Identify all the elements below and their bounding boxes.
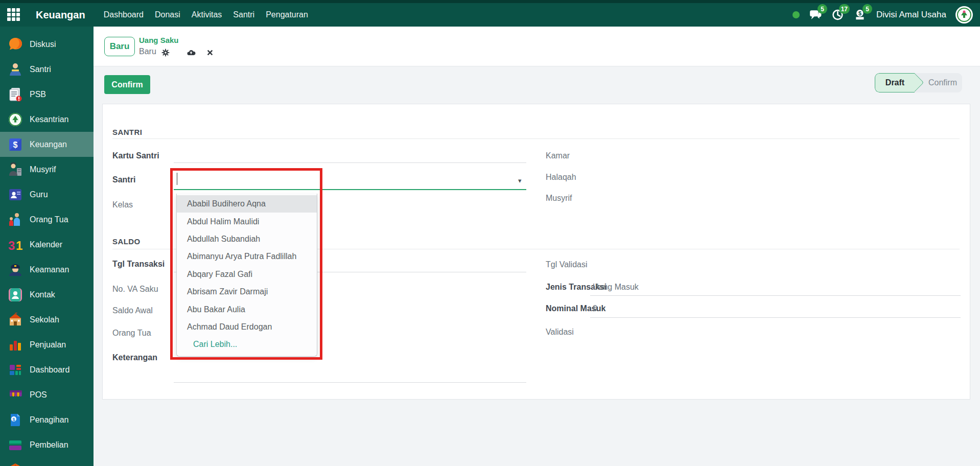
app-name[interactable]: Keuangan: [36, 9, 85, 21]
top-navbar: Keuangan Dashboard Donasi Aktivitas Sant…: [0, 0, 980, 27]
pembelian-icon: [7, 436, 24, 454]
apps-grid-icon[interactable]: [7, 8, 20, 21]
sidebar-item-kontak[interactable]: Kontak: [0, 282, 94, 307]
sidebar-item-guru[interactable]: Guru: [0, 182, 94, 207]
sidebar-item-label: Sekolah: [30, 315, 59, 324]
status-tab-draft[interactable]: Draft: [875, 73, 915, 92]
field-label-musyrif: Musyrif: [546, 193, 572, 203]
dropdown-option[interactable]: Achmad Daud Erdogan: [177, 318, 317, 336]
field-label-tgl-validasi: Tgl Validasi: [546, 260, 588, 270]
sidebar-item-penjualan[interactable]: Penjualan: [0, 332, 94, 357]
activities-icon[interactable]: 17: [831, 8, 845, 21]
sidebar-item-keuangan[interactable]: $ Keuangan: [0, 132, 94, 157]
nav-item-aktivitas[interactable]: Aktivitas: [192, 10, 222, 19]
messages-icon[interactable]: 5: [809, 8, 822, 21]
nav-item-donasi[interactable]: Donasi: [155, 10, 180, 19]
sidebar-item-kalender[interactable]: 31 Kalender: [0, 232, 94, 257]
kartu-santri-field-line[interactable]: [174, 162, 526, 163]
sidebar-item-label: Kontak: [30, 290, 55, 299]
sidebar-item-keamanan[interactable]: Keamanan: [0, 257, 94, 282]
field-label-kelas: Kelas: [112, 200, 133, 210]
dropdown-option[interactable]: Abimanyu Arya Putra Fadlillah: [177, 248, 317, 265]
sidebar-item-sekolah[interactable]: Sekolah: [0, 307, 94, 332]
svg-text:$: $: [858, 10, 861, 16]
save-cloud-icon[interactable]: [186, 48, 196, 57]
sidebar-item-pembelian[interactable]: Pembelian: [0, 432, 94, 457]
field-label-santri: Santri: [112, 175, 135, 185]
sidebar-item-label: PSB: [30, 90, 46, 99]
stok-persediaan-icon: [7, 461, 24, 466]
sidebar-item-stok-persediaan[interactable]: Stok Persediaan: [0, 457, 94, 466]
sekolah-icon: [7, 311, 24, 329]
sidebar-item-orang-tua[interactable]: Orang Tua: [0, 207, 94, 232]
svg-text:$: $: [13, 141, 18, 149]
field-label-kamar: Kamar: [546, 151, 570, 161]
svg-text:1: 1: [16, 239, 22, 252]
company-name[interactable]: Divisi Amal Usaha: [876, 10, 946, 20]
svg-text:3: 3: [8, 239, 15, 252]
new-record-button[interactable]: Baru: [104, 37, 135, 56]
field-label-kartu-santri: Kartu Santri: [112, 151, 159, 161]
keterangan-field-line[interactable]: [174, 382, 526, 383]
dropdown-option[interactable]: Abdul Halim Maulidi: [177, 213, 317, 230]
gear-icon[interactable]: [161, 48, 170, 57]
discard-x-icon[interactable]: [205, 48, 215, 57]
sidebar-item-label: Keuangan: [30, 140, 67, 149]
sidebar-item-musyrif[interactable]: Musyrif: [0, 157, 94, 182]
online-status-dot: [792, 11, 800, 18]
nav-item-santri[interactable]: Santri: [233, 10, 254, 19]
sidebar-item-penagihan[interactable]: $ Penagihan: [0, 407, 94, 432]
breadcrumb-list-link[interactable]: Uang Saku: [139, 36, 179, 44]
dropdown-option[interactable]: Abu Bakar Aulia: [177, 300, 317, 318]
jenis-transaksi-value[interactable]: Uang Masuk: [593, 282, 639, 292]
santri-input-underline[interactable]: [174, 189, 526, 190]
navbar-systray: 5 17 $ 5 Divisi Amal Usaha: [792, 6, 973, 24]
sidebar-item-dashboard[interactable]: Dashboard: [0, 357, 94, 382]
field-label-halaqah: Halaqah: [546, 172, 576, 182]
sidebar-item-label: POS: [30, 390, 47, 400]
sidebar-item-label: Musyrif: [30, 165, 56, 174]
status-bar: Draft Confirm: [875, 73, 962, 92]
sidebar-item-diskusi[interactable]: Diskusi: [0, 32, 94, 57]
penjualan-icon: [7, 336, 24, 354]
keuangan-icon: $: [7, 136, 24, 153]
status-tab-confirm[interactable]: Confirm: [923, 73, 962, 92]
dropdown-option[interactable]: Abrisam Zavir Darmaji: [177, 283, 317, 300]
sidebar-item-santri[interactable]: Santri: [0, 57, 94, 82]
field-label-saldo-awal: Saldo Awal: [112, 306, 153, 316]
jenis-transaksi-field-line[interactable]: [590, 295, 961, 296]
confirm-button[interactable]: Confirm: [104, 75, 150, 94]
sidebar-item-label: Penagihan: [30, 415, 69, 425]
activities-badge: 17: [839, 4, 850, 14]
sidebar-item-label: Orang Tua: [30, 215, 68, 224]
search-more-link[interactable]: Cari Lebih...: [177, 336, 317, 353]
sidebar-item-kesantrian[interactable]: Kesantrian: [0, 107, 94, 132]
nominal-masuk-value[interactable]: 0: [593, 304, 597, 314]
dropdown-option[interactable]: Abqary Fazal Gafi: [177, 266, 317, 283]
sidebar-item-label: Santri: [30, 65, 51, 74]
navbar-left: Keuangan Dashboard Donasi Aktivitas Sant…: [7, 8, 308, 21]
dropdown-option[interactable]: Abdullah Subandiah: [177, 230, 317, 248]
nav-item-pengaturan[interactable]: Pengaturan: [266, 10, 308, 19]
musyrif-icon: [7, 161, 24, 178]
svg-text:$: $: [12, 416, 15, 422]
chevron-down-icon[interactable]: ▾: [518, 177, 522, 184]
kalender-icon: 31: [7, 236, 24, 253]
nav-item-dashboard[interactable]: Dashboard: [104, 10, 144, 19]
diskusi-icon: [7, 36, 24, 53]
sidebar: Diskusi Santri PSB Kesantrian $ Keuangan…: [0, 27, 94, 466]
user-avatar[interactable]: [955, 6, 973, 24]
keamanan-icon: [7, 261, 24, 278]
dropdown-option[interactable]: Ababil Budihero Aqna: [177, 195, 317, 213]
psb-icon: [7, 86, 24, 103]
sidebar-item-pos[interactable]: POS: [0, 382, 94, 407]
sidebar-item-psb[interactable]: PSB: [0, 82, 94, 107]
kontak-icon: [7, 286, 24, 304]
nominal-masuk-field-line[interactable]: [590, 317, 961, 318]
app-window: Keuangan Dashboard Donasi Aktivitas Sant…: [0, 0, 980, 466]
payments-icon[interactable]: $ 5: [854, 8, 867, 21]
penagihan-icon: $: [7, 411, 24, 429]
payments-badge: 5: [862, 4, 872, 14]
sidebar-item-label: Keamanan: [30, 265, 69, 274]
guru-icon: [7, 186, 24, 203]
